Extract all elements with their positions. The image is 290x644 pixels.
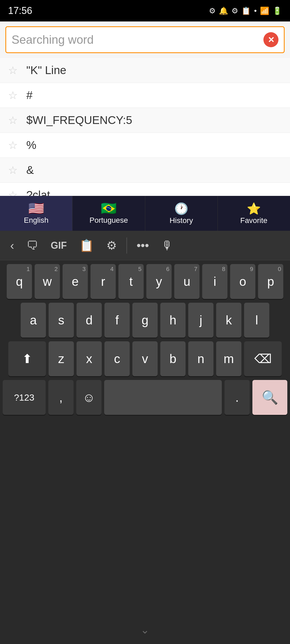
system-icon: ⚙ <box>231 6 238 15</box>
key-c[interactable]: c <box>104 341 130 376</box>
sticker-button[interactable]: 🗨 <box>22 235 43 256</box>
tab-label-portuguese: Portuguese <box>89 216 128 225</box>
gif-button[interactable]: GIF <box>46 235 72 256</box>
comma-key[interactable]: , <box>48 380 74 415</box>
battery-icon: 🔋 <box>273 6 282 15</box>
period-key[interactable]: . <box>224 380 250 415</box>
key-row-2: a s d f g h j k l <box>3 303 287 338</box>
key-b[interactable]: b <box>160 341 186 376</box>
status-bar: 17:56 ⚙ 🔔 ⚙ 📋 • 📶 🔋 <box>0 0 290 21</box>
word-text: % <box>26 139 36 152</box>
bottom-bar: ⌄ <box>0 624 290 636</box>
backspace-key[interactable]: ⌫ <box>244 341 282 376</box>
key-z[interactable]: z <box>49 341 74 376</box>
shift-key[interactable]: ⬆ <box>8 341 46 376</box>
settings-button[interactable]: ⚙ <box>102 235 122 256</box>
word-text: & <box>26 164 34 177</box>
star-icon[interactable]: ☆ <box>8 64 20 76</box>
key-e[interactable]: 3e <box>63 264 88 299</box>
list-item[interactable]: ☆ $WI_FREQUENCY:5 <box>0 108 290 133</box>
key-x[interactable]: x <box>77 341 102 376</box>
key-d[interactable]: d <box>77 303 102 338</box>
special-key[interactable]: ?123 <box>3 380 46 415</box>
key-y[interactable]: 6y <box>146 264 172 299</box>
key-u[interactable]: 7u <box>174 264 200 299</box>
key-p[interactable]: 0p <box>258 264 283 299</box>
key-h[interactable]: h <box>160 303 186 338</box>
emoji-key[interactable]: ☺ <box>76 380 102 415</box>
key-row-3: ⬆ z x c v b n m ⌫ <box>3 341 287 376</box>
key-l[interactable]: l <box>244 303 269 338</box>
clear-button[interactable] <box>263 32 278 47</box>
word-text: "K" Line <box>26 64 66 77</box>
key-s[interactable]: s <box>49 303 74 338</box>
mic-icon: 🎙 <box>161 239 173 252</box>
key-a[interactable]: a <box>21 303 46 338</box>
search-input[interactable]: Searching word <box>12 33 263 46</box>
word-text: # <box>26 89 32 102</box>
key-w[interactable]: 2w <box>35 264 60 299</box>
language-tabs: 🇺🇸 English 🇧🇷 Portuguese 🕐 History ⭐ Fav… <box>0 196 290 231</box>
key-o[interactable]: 9o <box>230 264 255 299</box>
keyboard-toolbar: ‹ 🗨 GIF 📋 ⚙ ••• 🎙 <box>0 231 290 260</box>
settings-icon: ⚙ <box>106 239 117 252</box>
toolbar-divider <box>126 237 127 254</box>
tab-label-english: English <box>24 216 49 225</box>
mic-button[interactable]: 🎙 <box>157 235 178 256</box>
star-icon[interactable]: ☆ <box>8 164 20 176</box>
gif-icon: GIF <box>51 240 67 251</box>
key-g[interactable]: g <box>132 303 158 338</box>
key-j[interactable]: j <box>188 303 213 338</box>
tab-favorite[interactable]: ⭐ Favorite <box>218 196 290 231</box>
key-k[interactable]: k <box>216 303 241 338</box>
star-icon[interactable]: ☆ <box>8 89 20 101</box>
list-item[interactable]: ☆ % <box>0 133 290 158</box>
status-time: 17:56 <box>8 5 32 16</box>
list-item[interactable]: ☆ & <box>0 158 290 183</box>
clipboard-icon: 📋 <box>79 239 94 253</box>
key-f[interactable]: f <box>104 303 130 338</box>
back-icon: ‹ <box>10 239 14 252</box>
search-key[interactable]: 🔍 <box>252 380 287 415</box>
dot-icon: • <box>254 6 257 15</box>
word-text: $WI_FREQUENCY:5 <box>26 114 132 127</box>
tab-label-favorite: Favorite <box>240 216 267 225</box>
key-t[interactable]: 5t <box>118 264 144 299</box>
key-q[interactable]: 1q <box>7 264 32 299</box>
key-v[interactable]: v <box>132 341 158 376</box>
key-r[interactable]: 4r <box>90 264 116 299</box>
tab-flag-english: 🇺🇸 <box>28 202 44 215</box>
key-row-4: ?123 , ☺ . 🔍 <box>3 380 287 415</box>
tab-label-history: History <box>170 216 193 225</box>
key-row-1: 1q 2w 3e 4r 5t 6y 7u 8i 9o 0p <box>3 264 287 299</box>
sticker-icon: 🗨 <box>27 239 38 252</box>
more-button[interactable]: ••• <box>132 235 154 256</box>
tab-english[interactable]: 🇺🇸 English <box>0 196 73 231</box>
star-icon[interactable]: ☆ <box>8 114 20 126</box>
space-key[interactable] <box>104 380 222 415</box>
keyboard-area: ‹ 🗨 GIF 📋 ⚙ ••• 🎙 1q 2w 3e 4r 5t <box>0 231 290 644</box>
favorite-icon: ⭐ <box>247 202 261 215</box>
key-n[interactable]: n <box>188 341 213 376</box>
history-icon: 🕐 <box>174 202 188 215</box>
list-item[interactable]: ☆ "K" Line <box>0 58 290 83</box>
key-m[interactable]: m <box>216 341 241 376</box>
key-i[interactable]: 8i <box>202 264 227 299</box>
list-item[interactable]: ☆ # <box>0 83 290 108</box>
tab-flag-portuguese: 🇧🇷 <box>101 202 117 215</box>
bottom-indicator: ⌄ <box>140 624 150 636</box>
search-bar-container: Searching word <box>0 21 290 58</box>
settings-icon: ⚙ <box>209 6 216 15</box>
tab-history[interactable]: 🕐 History <box>145 196 218 231</box>
notification-icon: 🔔 <box>219 6 228 15</box>
task-icon: 📋 <box>241 6 251 15</box>
clipboard-button[interactable]: 📋 <box>74 235 99 256</box>
tab-portuguese[interactable]: 🇧🇷 Portuguese <box>73 196 145 231</box>
star-icon[interactable]: ☆ <box>8 139 20 151</box>
search-bar[interactable]: Searching word <box>5 26 285 53</box>
more-icon: ••• <box>137 239 149 252</box>
status-icons: ⚙ 🔔 ⚙ 📋 • 📶 🔋 <box>209 6 282 15</box>
back-button[interactable]: ‹ <box>5 235 19 256</box>
wifi-icon: 📶 <box>260 6 269 15</box>
keyboard-rows: 1q 2w 3e 4r 5t 6y 7u 8i 9o 0p a s d f g … <box>0 260 290 415</box>
